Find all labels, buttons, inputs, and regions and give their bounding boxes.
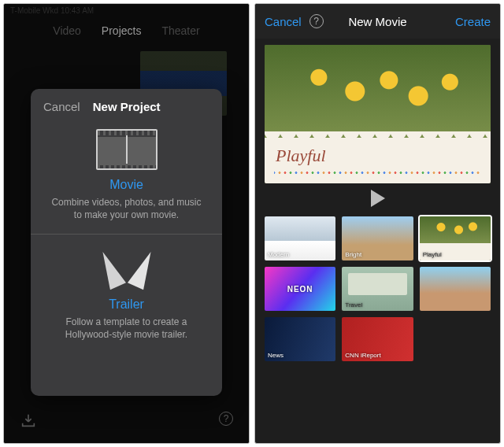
theme-thumbnail[interactable]: Modern bbox=[265, 216, 335, 260]
theme-grid: Modern Bright Playful NEON Travel News C… bbox=[265, 216, 491, 435]
tab-bar: Video Projects Theater bbox=[4, 24, 249, 37]
tab-projects[interactable]: Projects bbox=[102, 24, 142, 37]
tab-video[interactable]: Video bbox=[53, 24, 81, 37]
theme-thumbnail[interactable]: Travel bbox=[342, 267, 413, 311]
preview-banner: Playful bbox=[265, 138, 491, 183]
filmstrip-icon bbox=[96, 129, 158, 170]
status-bar: T-Mobile Wkd 10:43 AM bbox=[4, 4, 249, 18]
help-icon[interactable]: ? bbox=[219, 412, 233, 426]
theme-thumbnail[interactable]: Bright bbox=[342, 216, 413, 260]
modal-title: New Project bbox=[93, 100, 161, 113]
new-project-modal: Cancel New Project Movie Combine videos,… bbox=[31, 89, 222, 396]
trailer-title: Trailer bbox=[43, 297, 209, 312]
help-icon[interactable]: ? bbox=[309, 14, 324, 28]
spotlight-icon bbox=[99, 246, 154, 293]
cancel-button[interactable]: Cancel bbox=[43, 100, 80, 113]
theme-thumbnail[interactable]: News bbox=[265, 317, 335, 361]
theme-thumbnail[interactable]: CNN iReport bbox=[342, 317, 413, 361]
trailer-description: Follow a template to create a Hollywood-… bbox=[43, 316, 209, 341]
download-icon[interactable] bbox=[20, 412, 37, 429]
movie-description: Combine videos, photos, and music to mak… bbox=[43, 197, 209, 221]
header-bar: Cancel ? New Movie Create bbox=[255, 4, 500, 39]
create-button[interactable]: Create bbox=[455, 15, 491, 28]
right-screen: Cancel ? New Movie Create Playful Modern… bbox=[254, 3, 501, 444]
preview-theme-label: Playful bbox=[276, 146, 326, 166]
decoration-dots bbox=[274, 172, 481, 174]
trailer-option[interactable]: Trailer Follow a template to create a Ho… bbox=[43, 244, 209, 341]
tab-theater[interactable]: Theater bbox=[161, 24, 199, 37]
preview-image bbox=[265, 45, 491, 138]
divider bbox=[31, 234, 222, 235]
movie-option[interactable]: Movie Combine videos, photos, and music … bbox=[43, 124, 209, 221]
theme-thumbnail[interactable] bbox=[420, 267, 491, 311]
play-icon[interactable] bbox=[371, 190, 385, 207]
cancel-button[interactable]: Cancel bbox=[265, 15, 302, 28]
theme-thumbnail[interactable]: Playful bbox=[420, 216, 491, 260]
movie-title: Movie bbox=[43, 178, 209, 192]
theme-thumbnail[interactable]: NEON bbox=[265, 267, 335, 311]
left-screen: T-Mobile Wkd 10:43 AM Video Projects The… bbox=[3, 3, 250, 444]
theme-preview: Playful bbox=[265, 45, 491, 183]
